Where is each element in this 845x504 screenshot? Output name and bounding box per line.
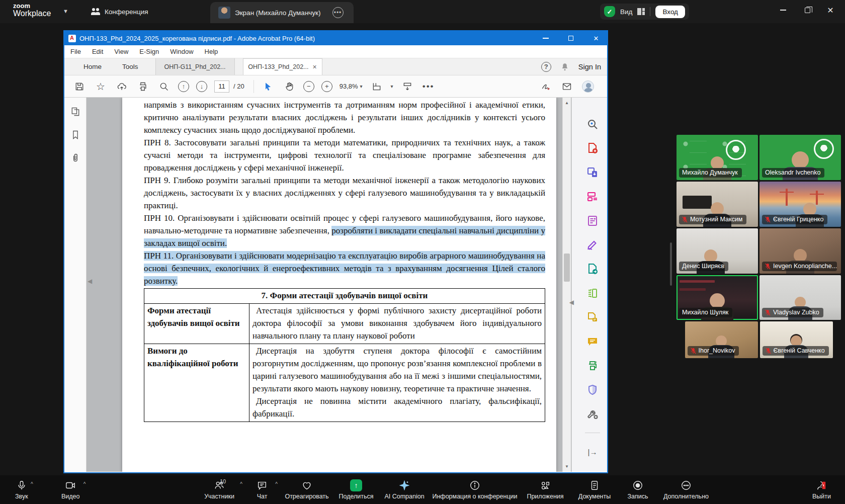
video-button[interactable]: Видео ^ bbox=[60, 479, 81, 500]
select-cursor-icon[interactable] bbox=[261, 79, 275, 94]
record-button[interactable]: Запись bbox=[619, 479, 657, 500]
request-signatures-icon[interactable] bbox=[586, 311, 599, 324]
scrollbar-thumb[interactable] bbox=[564, 254, 570, 282]
edit-pdf-icon[interactable] bbox=[586, 287, 599, 300]
security-shield-icon[interactable]: ✓ bbox=[604, 6, 615, 17]
more-tools-icon[interactable] bbox=[586, 407, 599, 421]
zoom-level-caret-icon[interactable]: ▾ bbox=[360, 83, 363, 89]
zoom-level-value[interactable]: 93,8% bbox=[340, 82, 358, 90]
minimize-button[interactable] bbox=[772, 0, 795, 20]
tab-conference[interactable]: Конференция bbox=[83, 0, 156, 23]
page-thumbnails-icon[interactable] bbox=[70, 107, 80, 117]
acrobat-close-button[interactable]: ✕ bbox=[585, 31, 607, 45]
video-options-caret-icon[interactable]: ^ bbox=[83, 481, 86, 487]
acrobat-minimize-button[interactable] bbox=[535, 31, 557, 45]
page-up-icon[interactable]: ↑ bbox=[178, 81, 189, 92]
zoom-out-icon[interactable]: − bbox=[303, 81, 314, 92]
protect-icon[interactable] bbox=[586, 383, 599, 396]
star-icon[interactable]: ☆ bbox=[94, 79, 108, 94]
view-button-label[interactable]: Вид bbox=[620, 8, 632, 16]
print-icon[interactable] bbox=[136, 79, 150, 94]
scroll-down-icon[interactable]: ▼ bbox=[563, 464, 571, 469]
hand-tool-icon[interactable] bbox=[282, 79, 296, 94]
combine-files-icon[interactable] bbox=[586, 166, 599, 179]
video-tile[interactable]: Ihor_Novikov bbox=[685, 321, 758, 358]
acrobat-title-bar[interactable]: ОНП-133_Phd_2024_2025_корегована підписи… bbox=[64, 31, 607, 45]
organize-pages-icon[interactable] bbox=[586, 190, 599, 203]
page-fit-icon[interactable] bbox=[370, 79, 384, 94]
video-tile[interactable]: Євгеній Савченко bbox=[760, 321, 833, 358]
bell-icon[interactable] bbox=[560, 62, 569, 71]
collapse-right-panel-icon[interactable]: ◀ bbox=[569, 299, 574, 306]
pdf-page[interactable]: напрямів з використанням сучасних інстру… bbox=[122, 98, 556, 472]
menu-view[interactable]: View bbox=[114, 48, 128, 55]
video-panel-scrollbar[interactable] bbox=[670, 242, 672, 286]
apps-button[interactable]: Приложения bbox=[520, 479, 570, 500]
doc-tab-onp-133[interactable]: ОНП-133_Phd_202... × bbox=[243, 58, 322, 75]
close-tab-icon[interactable]: × bbox=[313, 63, 317, 71]
export-pdf-icon[interactable] bbox=[586, 263, 599, 276]
attachments-icon[interactable] bbox=[70, 153, 80, 163]
page-down-icon[interactable]: ↓ bbox=[196, 81, 207, 92]
video-tile[interactable]: Vladyslav Zubko bbox=[759, 275, 841, 320]
page-fit-caret-icon[interactable]: ▾ bbox=[391, 83, 393, 89]
tab-shared-screen[interactable]: Экран (Михайло Думанчук) ••• bbox=[210, 2, 354, 23]
video-tile[interactable]: Михайло Думанчук bbox=[677, 135, 758, 180]
scroll-up-icon[interactable]: ▲ bbox=[563, 101, 571, 105]
print-production-icon[interactable] bbox=[586, 359, 599, 372]
video-tile[interactable]: Oleksandr Ivchenko bbox=[759, 135, 841, 180]
chat-options-caret-icon[interactable]: ^ bbox=[275, 481, 278, 487]
audio-options-caret-icon[interactable]: ^ bbox=[31, 481, 33, 487]
tab-options-icon[interactable]: ••• bbox=[332, 7, 344, 18]
close-button[interactable]: ✕ bbox=[819, 0, 842, 20]
audio-button[interactable]: Звук ^ bbox=[14, 479, 29, 500]
documents-button[interactable]: Документы bbox=[570, 479, 619, 500]
chat-button[interactable]: Чат ^ bbox=[243, 479, 281, 500]
participants-button[interactable]: 10 Участники ^ bbox=[195, 479, 243, 500]
prepare-form-icon[interactable] bbox=[586, 214, 599, 227]
menu-file[interactable]: File bbox=[70, 48, 81, 55]
menu-window[interactable]: Window bbox=[170, 48, 193, 55]
document-scrollbar[interactable]: ▲ ▼ bbox=[562, 98, 571, 472]
more-button[interactable]: Дополнительно bbox=[657, 479, 715, 500]
search-tools-icon[interactable] bbox=[586, 118, 599, 131]
zoom-in-icon[interactable]: + bbox=[321, 81, 332, 92]
view-layout-icon[interactable] bbox=[637, 8, 645, 16]
expand-panel-icon[interactable]: |→ bbox=[586, 445, 599, 458]
chevron-down-icon[interactable]: ▼ bbox=[63, 8, 68, 14]
share-screen-button[interactable]: ↑ Поделиться bbox=[333, 479, 379, 500]
video-tile-active-speaker[interactable]: Михайло Шуляк bbox=[677, 275, 758, 320]
acrobat-signin-button[interactable]: Sign In bbox=[578, 63, 601, 71]
search-icon[interactable] bbox=[157, 79, 171, 94]
video-tile[interactable]: Мотузний Максим bbox=[677, 182, 758, 227]
leave-meeting-button[interactable]: Выйти bbox=[811, 479, 832, 500]
tab-tools[interactable]: Tools bbox=[118, 58, 142, 75]
video-tile[interactable]: Євгеній Гриценко bbox=[759, 182, 841, 227]
help-icon[interactable]: ? bbox=[541, 62, 551, 72]
menu-help[interactable]: Help bbox=[205, 48, 218, 55]
fill-and-sign-icon[interactable] bbox=[586, 238, 599, 251]
page-number-input[interactable]: 11 bbox=[214, 80, 229, 93]
menu-edit[interactable]: Edit bbox=[92, 48, 103, 55]
save-icon[interactable] bbox=[72, 79, 87, 94]
more-tools-icon[interactable]: ••• bbox=[421, 79, 436, 94]
account-avatar-icon[interactable] bbox=[581, 79, 595, 94]
menu-esign[interactable]: E-Sign bbox=[139, 48, 159, 55]
video-tile[interactable]: Ievgen Konoplianche... bbox=[759, 228, 841, 274]
react-button[interactable]: Отреагировать bbox=[281, 479, 333, 500]
acrobat-maximize-button[interactable] bbox=[560, 31, 582, 45]
cloud-upload-icon[interactable] bbox=[115, 79, 129, 94]
video-tile[interactable]: Денис Ширяєв bbox=[677, 228, 758, 274]
meeting-info-button[interactable]: Информация о конференции bbox=[430, 479, 520, 500]
tab-home[interactable]: Home bbox=[79, 58, 106, 75]
comment-icon[interactable] bbox=[586, 335, 599, 348]
doc-tab-onp-g11[interactable]: ОНП-G11_Phd_202... bbox=[155, 58, 235, 75]
participants-options-caret-icon[interactable]: ^ bbox=[240, 481, 242, 487]
collapse-left-panel-icon[interactable]: ◀ bbox=[88, 278, 92, 285]
email-icon[interactable] bbox=[560, 79, 574, 94]
create-pdf-icon[interactable] bbox=[586, 142, 599, 155]
ai-companion-button[interactable]: AI Companion bbox=[379, 479, 430, 500]
sign-pen-icon[interactable] bbox=[539, 79, 553, 94]
signin-button[interactable]: Вход bbox=[655, 6, 685, 18]
restore-button[interactable] bbox=[796, 0, 819, 20]
